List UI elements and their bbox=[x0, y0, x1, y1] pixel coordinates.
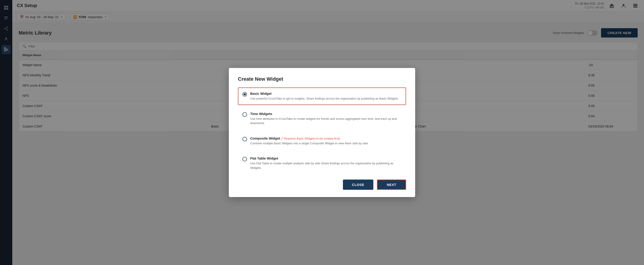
option-basic-title: Basic Widget bbox=[250, 92, 399, 96]
radio-basic-widget[interactable] bbox=[242, 92, 247, 96]
radio-flat-widget[interactable] bbox=[242, 157, 247, 161]
modal-overlay: Create New Widget Basic Widget Use power… bbox=[0, 0, 644, 265]
option-time-desc: Use time attributes in CrossTabs to crea… bbox=[250, 116, 402, 126]
option-flat-desc: Use Flat Table to create multiple analys… bbox=[250, 161, 402, 170]
option-time-title: Time Widgets bbox=[250, 112, 402, 116]
create-widget-modal: Create New Widget Basic Widget Use power… bbox=[229, 68, 415, 197]
option-composite-title: Composite Widget (* Requires Basic Widge… bbox=[250, 136, 369, 140]
radio-composite-widget[interactable] bbox=[242, 137, 247, 141]
next-button[interactable]: NEXT bbox=[377, 180, 406, 190]
option-flat-title: Flat Table Widget bbox=[250, 156, 402, 160]
option-basic-widget[interactable]: Basic Widget Use powerful CrossTabs to g… bbox=[238, 88, 406, 105]
option-composite-desc: Combine multiple Basic Widgets into a si… bbox=[250, 141, 369, 146]
modal-footer: CLOSE NEXT bbox=[238, 180, 406, 190]
option-time-widget[interactable]: Time Widgets Use time attributes in Cros… bbox=[238, 108, 406, 130]
close-button[interactable]: CLOSE bbox=[343, 180, 373, 190]
option-composite-widget[interactable]: Composite Widget (* Requires Basic Widge… bbox=[238, 132, 406, 150]
modal-title: Create New Widget bbox=[238, 76, 406, 82]
option-basic-desc: Use powerful CrossTabs to get to insight… bbox=[250, 96, 399, 101]
option-flat-widget[interactable]: Flat Table Widget Use Flat Table to crea… bbox=[238, 152, 406, 174]
radio-time-widget[interactable] bbox=[242, 112, 247, 117]
